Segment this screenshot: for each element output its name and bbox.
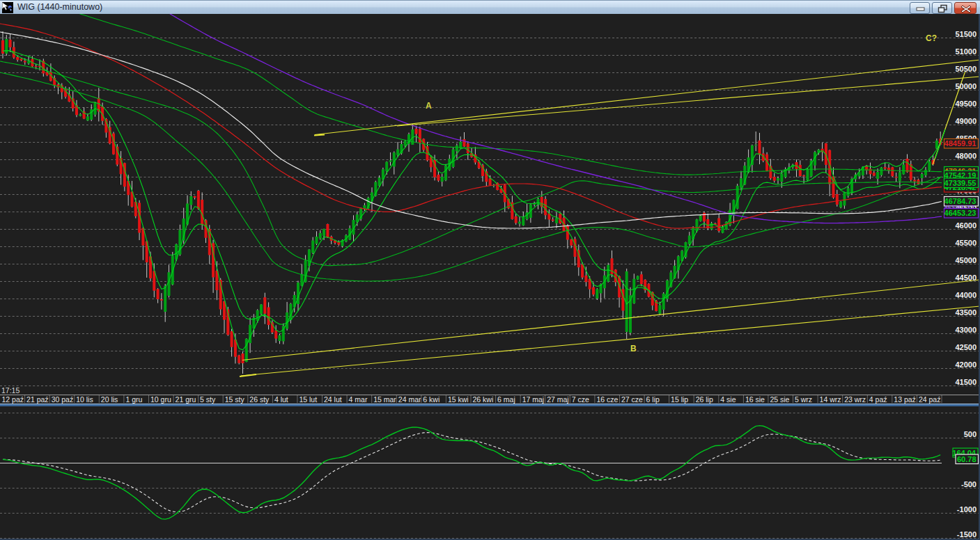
- svg-text:27 cze: 27 cze: [621, 395, 643, 404]
- svg-text:4 sie: 4 sie: [720, 395, 736, 404]
- svg-text:4 lut: 4 lut: [274, 395, 288, 404]
- svg-text:24 mar: 24 mar: [398, 395, 421, 404]
- svg-text:7 cze: 7 cze: [572, 395, 589, 404]
- svg-text:20 lis: 20 lis: [101, 395, 118, 404]
- svg-text:44000: 44000: [955, 291, 977, 299]
- svg-text:15 sty: 15 sty: [225, 395, 245, 404]
- svg-text:16 sie: 16 sie: [745, 395, 765, 404]
- svg-text:24 paź: 24 paź: [919, 395, 941, 404]
- svg-text:17 maj: 17 maj: [522, 395, 545, 404]
- svg-text:21 gru: 21 gru: [176, 395, 196, 404]
- svg-text:4 paź: 4 paź: [869, 395, 887, 404]
- svg-text:10 gru: 10 gru: [150, 395, 171, 404]
- svg-text:41500: 41500: [955, 378, 977, 386]
- svg-text:45000: 45000: [955, 256, 977, 264]
- svg-text:48000: 48000: [955, 152, 977, 160]
- svg-text:15 kwi: 15 kwi: [448, 395, 469, 404]
- svg-text:17:15: 17:15: [1, 386, 20, 395]
- svg-text:24 lut: 24 lut: [324, 395, 342, 404]
- svg-text:15 mar: 15 mar: [373, 395, 396, 404]
- svg-text:26 lip: 26 lip: [696, 395, 713, 404]
- svg-text:26 sty: 26 sty: [249, 395, 270, 404]
- svg-text:23 wrz: 23 wrz: [844, 395, 866, 404]
- svg-text:47339.55: 47339.55: [944, 179, 977, 187]
- svg-text:B: B: [630, 344, 637, 354]
- svg-text:43000: 43000: [955, 326, 977, 334]
- svg-text:-500: -500: [961, 480, 977, 489]
- svg-text:42500: 42500: [955, 343, 977, 351]
- svg-text:26 kwi: 26 kwi: [473, 395, 494, 404]
- svg-text:46453.23: 46453.23: [944, 209, 977, 217]
- svg-text:-1000: -1000: [957, 505, 977, 514]
- svg-text:60.78: 60.78: [957, 455, 977, 463]
- svg-text:25 sie: 25 sie: [770, 395, 789, 404]
- svg-text:10 lis: 10 lis: [76, 395, 93, 404]
- svg-text:16 cze: 16 cze: [596, 395, 618, 404]
- svg-text:15 lip: 15 lip: [671, 395, 688, 404]
- svg-text:30 paź: 30 paź: [52, 395, 74, 404]
- svg-text:46000: 46000: [955, 221, 977, 230]
- svg-text:44500: 44500: [955, 273, 977, 282]
- svg-text:49000: 49000: [955, 117, 977, 125]
- svg-text:12 paź: 12 paź: [2, 395, 24, 404]
- svg-text:21 paź: 21 paź: [26, 395, 49, 404]
- svg-text:1 gru: 1 gru: [125, 395, 142, 404]
- svg-text:49500: 49500: [955, 100, 977, 108]
- svg-text:50000: 50000: [955, 82, 977, 90]
- svg-text:6 maj: 6 maj: [497, 395, 515, 404]
- svg-text:14 wrz: 14 wrz: [820, 395, 841, 404]
- svg-text:48459.91: 48459.91: [944, 139, 977, 148]
- svg-text:-1500: -1500: [957, 530, 977, 539]
- svg-text:13 paź: 13 paź: [894, 395, 916, 404]
- svg-text:50500: 50500: [955, 65, 977, 73]
- svg-text:51500: 51500: [955, 30, 977, 38]
- svg-text:5 wrz: 5 wrz: [795, 395, 812, 404]
- svg-text:42000: 42000: [955, 360, 977, 369]
- svg-text:6 lip: 6 lip: [646, 395, 660, 404]
- svg-text:4 mar: 4 mar: [349, 395, 368, 404]
- svg-text:5 sty: 5 sty: [200, 395, 216, 404]
- svg-text:43500: 43500: [955, 308, 977, 317]
- svg-text:500: 500: [964, 430, 977, 438]
- svg-text:15 lut: 15 lut: [299, 395, 317, 404]
- svg-text:6 kwi: 6 kwi: [423, 395, 440, 404]
- svg-text:51000: 51000: [955, 47, 977, 56]
- svg-text:45500: 45500: [955, 239, 977, 247]
- svg-text:A: A: [426, 101, 432, 111]
- svg-text:C?: C?: [926, 33, 937, 43]
- svg-text:27 maj: 27 maj: [547, 395, 569, 404]
